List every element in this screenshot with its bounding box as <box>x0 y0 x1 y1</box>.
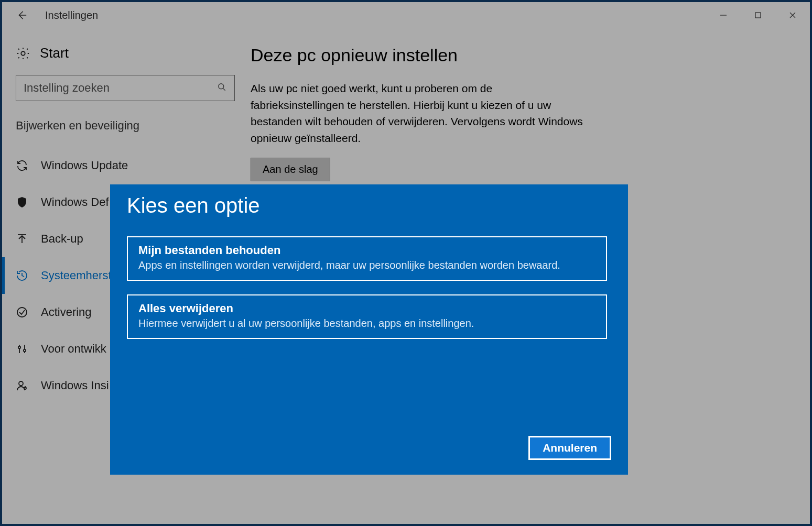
cancel-button[interactable]: Annuleren <box>528 436 611 460</box>
option-desc: Apps en instellingen worden verwijderd, … <box>138 259 596 271</box>
option-keep-files[interactable]: Mijn bestanden behouden Apps en instelli… <box>127 236 607 281</box>
option-desc: Hiermee verwijdert u al uw persoonlijke … <box>138 317 596 330</box>
option-title: Mijn bestanden behouden <box>138 244 596 257</box>
option-remove-everything[interactable]: Alles verwijderen Hiermee verwijdert u a… <box>127 294 607 339</box>
dialog-title: Kies een optie <box>127 194 611 217</box>
dialog-footer: Annuleren <box>127 436 611 460</box>
option-title: Alles verwijderen <box>138 302 596 315</box>
reset-options-dialog: Kies een optie Mijn bestanden behouden A… <box>110 184 628 475</box>
